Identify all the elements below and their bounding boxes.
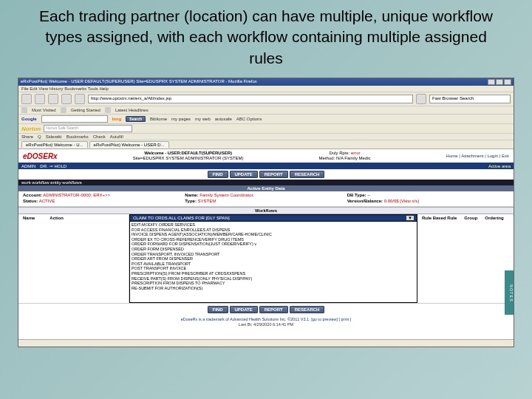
toolbar-item[interactable]: Share [21,134,33,139]
footer-line1: eDoseRx is a trademark of Advanced Healt… [181,317,352,321]
list-item[interactable]: ORDER EX TO CROSS-REFERENCE/VERIFY DRUG … [132,237,415,242]
toolbar-item[interactable]: my pages [171,117,191,121]
toolbar-item[interactable]: ABC Options [236,117,262,121]
type-value: SYSTEM [198,199,216,203]
research-button[interactable]: RESEARCH [290,171,325,178]
dbtype-value: -- [367,193,370,197]
chevron-down-icon[interactable]: ▼ [406,216,414,220]
version-value: 0.00/0$ [View s/s] [384,199,419,203]
workflows-title: Workflows [18,207,514,214]
bookmark-most-visited[interactable]: Most Visited [32,108,56,112]
maximize-button[interactable] [496,79,503,85]
dropdown-selected[interactable]: CLAIM TO CRDS ALL CLAIMS FOR [DLY SPAN] … [129,214,417,222]
google-logo: Google [21,117,37,121]
entity-section-title: Active Entity Data [18,185,514,191]
button-row-bottom: FIND UPDATE REPORT RESEARCH [18,303,514,316]
col-action: Action [50,216,64,220]
list-item[interactable]: POST AVAILABLE TRANSPORT [132,262,415,267]
find-button[interactable]: FIND [208,171,228,178]
col-name: Name [23,216,35,220]
version-label: Version/Balance: [347,199,383,203]
browser-tab[interactable]: eRxPostPilot) Welcome - USER:D... [89,141,169,148]
dropdown-listbox[interactable]: EDIT-MODIFY ORDER SERVICES FOR ACCESS FI… [129,222,417,303]
site-line: Site=EDUSPRX SYSTEM ADMINISTRATOR (SYSTE… [133,156,244,160]
update-button[interactable]: UPDATE [230,171,258,178]
welcome-line: Welcome - USER:DEFAULT(SUPERUSER) [144,151,232,155]
method-value: N/A Family Medic [336,156,371,160]
list-item[interactable]: EDIT-MODIFY ORDER SERVICES [132,222,415,228]
report-button[interactable]: REPORT [259,306,288,313]
search-button[interactable]: Search [126,116,146,122]
notes-side-tab[interactable]: N O T E S [505,270,514,315]
dbtype-label: DB Type: [347,193,366,197]
list-item[interactable]: FOR ACCESS FINANCIAL ENROLLEES AT DISPEN… [132,228,415,233]
toolbar-item[interactable]: Bibliome [150,117,167,121]
toolbar-item[interactable]: Sidewiki [46,134,62,139]
nav-item[interactable]: ADMIN [21,164,35,168]
toolbar-item[interactable]: Autofill [110,134,123,139]
list-item[interactable]: PRESCRIPTION(S) FROM PRESCRIBER AT CRDS/… [132,271,415,276]
extra-toolbar: Share Q Sidewiki Bookmarks Check Autofil… [18,134,514,140]
table-right-cols: Rule Based Rule Group Ordering [417,214,514,303]
duly-block: Duly Rpts: error Method: N/A Family Medi… [319,151,371,161]
account-value: ADMINISTRATOR-0000, ERX+>> [43,193,110,197]
browser-navbar: http://www.opcstrx.net/erx_a/All/index.j… [18,92,514,106]
workflow-dropdown[interactable]: CLAIM TO CRDS ALL CLAIMS FOR [DLY SPAN] … [129,214,417,303]
list-item[interactable]: RECEIVE PART(S) FROM DISPENS(ONLY PHYSIC… [132,276,415,282]
list-item[interactable]: ORDER FORM DISPENSED [132,247,415,252]
list-item[interactable]: PRESCRIPTION FROM DISPENS TO PHARMACY [132,281,415,286]
back-button[interactable] [21,94,32,104]
toolbar-item[interactable]: Bookmarks [66,134,89,139]
col-group: Group [464,216,477,220]
browser-tab[interactable]: eRxPostPilot) Welcome - U... [21,141,88,148]
reload-button[interactable] [48,94,58,104]
workflow-path: work workflow entity workflows [18,180,514,185]
forward-button[interactable] [35,94,45,104]
duly-label: Duly Rpts: [330,151,351,155]
nav-item[interactable]: DR. -= HOLD [40,164,66,168]
google-search-input[interactable] [41,115,108,123]
bookmarks-bar: Most Visited Getting Started Latest Head… [18,106,514,115]
research-button[interactable]: RESEARCH [290,306,325,313]
close-button[interactable] [504,79,511,85]
browser-tabs: eRxPostPilot) Welcome - U... eRxPostPilo… [18,140,514,149]
method-label: Method: [319,156,335,160]
list-item[interactable]: RE-SUBMIT FOR AUTHORIZATION(S) [132,286,415,291]
search-toolbar: Google bing Search Bibliome my pages my … [18,115,514,124]
norton-search-input[interactable]: Norton Safe Search [44,125,132,132]
list-item[interactable]: ORDER FORWARD FOR DISPENSATION(JUST ORDE… [132,242,415,247]
update-button[interactable]: UPDATE [230,306,258,313]
bookmark-latest-headlines[interactable]: Latest Headlines [115,108,149,112]
duly-value: error [351,151,361,155]
toolbar-item[interactable]: autosafe [215,117,232,121]
go-button[interactable] [416,94,426,104]
list-item[interactable]: INVOICE DISPENS AGENT(ASSOCIATION)/MEMBE… [132,232,415,237]
list-item[interactable]: ORDER ART FROM DISPENSER [132,256,415,262]
home-button[interactable] [75,94,85,104]
bookmark-getting-started[interactable]: Getting Started [71,108,100,112]
window-title: eRxPostPilot) Welcome - USER:DEFAULT(SUP… [21,79,257,85]
list-item[interactable]: ORDER TRANSPORT, INVOICED TRANSPORT [132,252,415,257]
entity-data-row: Account: ADMINISTRATOR-0000, ERX+>> Stat… [18,191,514,207]
url-input[interactable]: http://www.opcstrx.net/erx_a/All/index.j… [88,95,413,103]
workflows-section: Workflows Name Action CLAIM TO CRDS ALL … [18,207,514,303]
stop-button[interactable] [61,94,72,104]
find-button[interactable]: FIND [208,306,228,313]
col-rulebased: Rule Based Rule [422,216,457,220]
browser-search-input[interactable]: Fast Browser Search [429,95,511,103]
header-links[interactable]: Home | Attachment | Login | Exit [446,154,509,158]
slide-title: Each trading partner (location) can have… [0,0,532,75]
status-value: ACTIVE [39,199,55,203]
report-button[interactable]: REPORT [259,171,288,178]
toolbar-item[interactable]: Check [93,134,106,139]
name-label: Name: [185,193,198,197]
browser-menubar[interactable]: File Edit View History Bookmarks Tools H… [18,86,514,92]
col-ordering: Ordering [485,216,503,220]
toolbar-item[interactable]: my web [195,117,211,121]
norton-logo: Norton [21,126,41,132]
toolbar-item[interactable]: Q [38,134,41,139]
list-item[interactable]: POST TRANSPORT INVOICE [132,266,415,271]
window-titlebar: eRxPostPilot) Welcome - USER:DEFAULT(SUP… [18,78,514,86]
rss-icon [105,107,111,113]
minimize-button[interactable] [488,79,495,85]
